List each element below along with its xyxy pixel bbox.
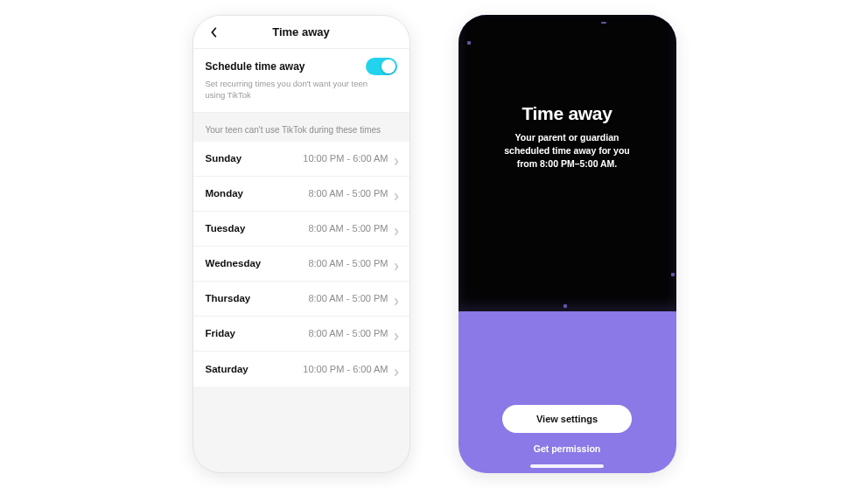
schedule-day: Saturday [206,364,248,374]
schedule-range: 8:00 AM - 5:00 PM [308,188,388,199]
chevron-left-icon [210,26,219,38]
decor-dot [564,304,567,308]
schedule-range: 8:00 AM - 5:00 PM [308,328,388,338]
phone-settings: Time away Schedule time away Set recurri… [192,15,410,473]
back-button[interactable] [202,16,227,48]
chevron-right-icon [394,259,399,268]
schedule-toggle-description: Set recurring times you don't want your … [206,79,372,101]
schedule-toggle-title: Schedule time away [206,60,305,73]
timeaway-hero: Time away Your parent or guardian schedu… [458,15,676,311]
schedule-row[interactable]: Tuesday8:00 AM - 5:00 PM [193,212,410,247]
schedule-row[interactable]: Thursday8:00 AM - 5:00 PM [193,282,410,317]
header: Time away [193,16,410,49]
schedule-day: Wednesday [206,258,262,268]
timeaway-actions: View settings Get permission [458,311,676,473]
chevron-right-icon [394,294,399,303]
schedule-toggle[interactable] [366,58,397,75]
schedule-range: 8:00 AM - 5:00 PM [308,293,388,303]
chevron-right-icon [394,189,399,198]
schedule-day: Sunday [206,153,242,164]
desc-line: scheduled time away for you [504,145,630,156]
schedule-row[interactable]: Monday8:00 AM - 5:00 PM [193,177,410,212]
page-title: Time away [272,25,330,38]
chevron-right-icon [394,154,399,163]
schedule-day: Friday [206,328,236,338]
phone-timeaway-screen: Time away Your parent or guardian schedu… [458,15,676,473]
chevron-right-icon [394,365,399,373]
schedule-row[interactable]: Friday8:00 AM - 5:00 PM [193,317,410,352]
view-settings-button[interactable]: View settings [502,405,632,433]
schedule-section-header: Your teen can't use TikTok during these … [193,113,410,142]
timeaway-description: Your parent or guardian scheduled time a… [504,131,630,170]
schedule-day: Monday [206,188,243,199]
schedule-toggle-card: Schedule time away Set recurring times y… [193,49,410,113]
schedule-day: Thursday [206,293,251,303]
schedule-list: Sunday10:00 PM - 6:00 AMMonday8:00 AM - … [193,142,410,387]
decor-dot [671,273,675,276]
schedule-range: 8:00 AM - 5:00 PM [308,223,388,234]
desc-line: Your parent or guardian [515,132,620,143]
decor-dot [601,22,606,24]
schedule-range: 10:00 PM - 6:00 AM [303,153,388,164]
schedule-row[interactable]: Sunday10:00 PM - 6:00 AM [193,142,410,177]
toggle-knob [382,59,396,73]
home-indicator[interactable] [530,464,604,468]
chevron-right-icon [394,329,399,338]
schedule-range: 10:00 PM - 6:00 AM [303,364,388,374]
timeaway-title: Time away [522,103,612,124]
decor-dot [467,41,471,45]
get-permission-link[interactable]: Get permission [534,443,600,454]
schedule-row[interactable]: Wednesday8:00 AM - 5:00 PM [193,247,410,282]
chevron-right-icon [394,224,399,233]
schedule-row[interactable]: Saturday10:00 PM - 6:00 AM [193,352,410,387]
schedule-range: 8:00 AM - 5:00 PM [308,258,388,268]
schedule-day: Tuesday [206,223,246,234]
desc-line: from 8:00 PM–5:00 AM. [517,158,618,169]
